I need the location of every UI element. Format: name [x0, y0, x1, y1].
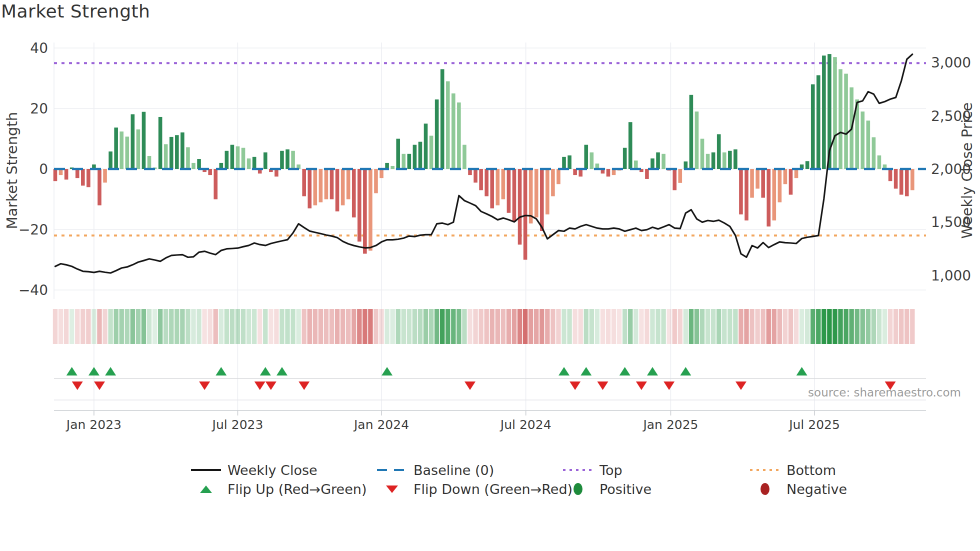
heatmap-cell [196, 309, 201, 344]
y-axis-title-left: Market Strength [4, 112, 20, 229]
strength-bar [784, 169, 788, 184]
strength-bar [717, 134, 721, 169]
strength-bar [479, 169, 483, 190]
heatmap-cell [666, 309, 671, 344]
strength-bar [844, 74, 848, 169]
heatmap-cell [252, 309, 256, 344]
strength-bar [330, 169, 334, 200]
flip-down-marker [736, 382, 746, 390]
heatmap-cell [313, 309, 318, 344]
heatmap-cell [728, 309, 732, 344]
legend-label: Positive [600, 482, 652, 497]
strength-bar [457, 102, 461, 169]
heatmap-cell [650, 309, 654, 344]
heatmap-cell [628, 309, 632, 344]
heatmap-cell [639, 309, 644, 344]
y-left-tick-label: −20 [18, 222, 48, 238]
heatmap-cell [810, 309, 815, 344]
heatmap-cell [75, 309, 80, 344]
heatmap-cell [672, 309, 677, 344]
strength-bar [584, 145, 588, 169]
heatmap-cell [97, 309, 102, 344]
strength-bar [690, 95, 694, 169]
strength-bar [512, 169, 516, 222]
heatmap-cell [407, 309, 412, 344]
strength-bar [108, 152, 112, 169]
strength-bar [396, 139, 400, 170]
heatmap-cell [418, 309, 422, 344]
heatmap-cell [230, 309, 234, 344]
heatmap-cell [268, 309, 273, 344]
strength-bar [424, 124, 428, 169]
strength-bar [225, 151, 229, 169]
strength-bar [662, 154, 666, 169]
strength-bar [700, 139, 704, 170]
strength-bar [838, 69, 842, 169]
heatmap-cell [644, 309, 649, 344]
legend-label: Bottom [786, 462, 836, 478]
baseline-dash-swatch-icon [376, 468, 408, 472]
y-left-tick-label: 40 [30, 40, 48, 56]
strength-bar [634, 160, 638, 169]
strength-bar [778, 169, 782, 202]
strength-bar [789, 169, 793, 194]
strength-bar [302, 169, 306, 196]
heatmap-cell [506, 309, 511, 344]
heatmap-cell [390, 309, 394, 344]
strength-bar [86, 169, 90, 187]
y-right-tick-label: 1,000 [931, 268, 971, 284]
strength-bar [120, 132, 124, 169]
strength-bar [264, 152, 268, 169]
strength-bar [833, 57, 837, 169]
strength-bar [706, 154, 710, 169]
strength-bar [656, 152, 660, 169]
heatmap-cell [318, 309, 323, 344]
heatmap-cell [501, 309, 506, 344]
strength-bar [712, 152, 716, 169]
strength-bar [314, 169, 318, 206]
strength-bar [761, 169, 765, 198]
legend-label: Baseline (0) [414, 462, 494, 478]
flip-down-marker [266, 382, 276, 390]
heatmap-cell [274, 309, 278, 344]
strength-bar [230, 145, 234, 169]
strength-bar [413, 145, 417, 169]
flip-up-marker [260, 367, 271, 376]
heatmap-cell [910, 309, 914, 344]
legend-item-bottom: Bottom [749, 462, 836, 478]
strength-bar [645, 169, 649, 179]
legend-item-weekly-close: Weekly Close [190, 462, 318, 478]
y-left-tick-label: −40 [18, 282, 48, 298]
legend-item-negative: Negative [749, 482, 847, 496]
heatmap-cell [590, 309, 594, 344]
heatmap-cell [302, 309, 306, 344]
heatmap-cell [290, 309, 295, 344]
heatmap-cell [572, 309, 577, 344]
y-right-tick-label: 3,000 [931, 54, 971, 71]
flip-up-marker [382, 367, 392, 376]
heatmap-cell [285, 309, 290, 344]
flip-down-triangle-icon [376, 484, 408, 494]
strength-bar [274, 169, 278, 176]
strength-bar [551, 169, 555, 196]
heatmap-cell [844, 309, 848, 344]
heatmap-cell [108, 309, 112, 344]
strength-bar [214, 169, 218, 200]
strength-bar [562, 157, 566, 169]
heatmap-cell [600, 309, 605, 344]
strength-bar [722, 152, 726, 169]
heatmap-cell [180, 309, 184, 344]
flip-down-marker [597, 382, 608, 390]
heatmap-cell [612, 309, 616, 344]
heatmap-cell [412, 309, 417, 344]
heatmap-cell [888, 309, 892, 344]
heatmap-cell [783, 309, 788, 344]
heatmap-cell [236, 309, 240, 344]
chart-figure: Market Strength 40200−20−401,0001,5002,0… [0, 0, 980, 551]
strength-bar [490, 169, 494, 208]
strength-bar [158, 117, 162, 169]
heatmap-cell [656, 309, 660, 344]
heatmap-cell [800, 309, 804, 344]
heatmap-cell [362, 309, 367, 344]
flip-up-marker [580, 367, 592, 376]
